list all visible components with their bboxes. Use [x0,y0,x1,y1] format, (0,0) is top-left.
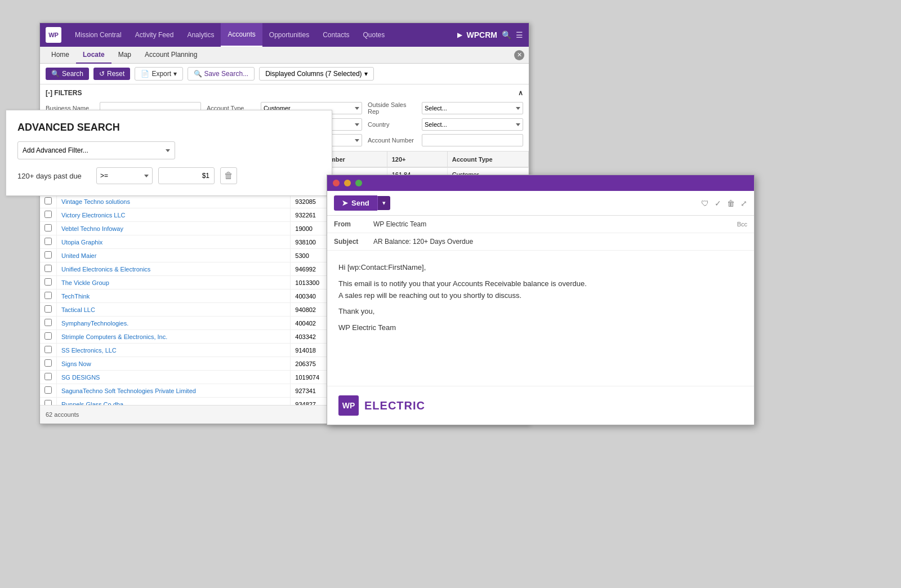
expand-icon[interactable]: ⤢ [741,199,747,208]
business-name-link[interactable]: Utopia Graphix [61,239,102,246]
business-name-link[interactable]: Vebtel Techno Infoway [61,225,123,232]
menu-icon[interactable]: ☰ [516,30,523,39]
row-checkbox[interactable] [44,305,52,313]
collapse-icon[interactable]: ∧ [518,89,523,97]
tab-map[interactable]: Map [111,47,138,64]
row-checkbox[interactable] [44,238,52,245]
row-checkbox[interactable] [44,224,52,231]
row-business-name: SymphanyTechnologies. [57,317,291,330]
nav-activity-feed[interactable]: Activity Feed [128,23,181,47]
row-checkbox[interactable] [44,211,52,218]
email-body[interactable]: Hi [wp:Contact:FirstName], This email is… [327,251,754,386]
nav-accounts[interactable]: Accounts [221,23,262,47]
business-name-link[interactable]: Signs Now [61,360,91,367]
window-dot-yellow[interactable] [344,180,351,186]
business-name-link[interactable]: United Maier [61,252,96,259]
account-number-input[interactable] [422,134,523,146]
row-checkbox[interactable] [44,373,52,380]
row-checkbox[interactable] [44,265,52,272]
trash-icon[interactable]: 🗑 [727,199,735,208]
row-checkbox[interactable] [44,346,52,353]
close-button[interactable]: ✕ [514,50,524,60]
business-name-link[interactable]: SagunaTechno Soft Technologies Private L… [61,387,196,394]
email-toolbar: ➤ Send ▾ 🛡 ✓ 🗑 ⤢ [327,191,754,216]
top-nav: WP Mission Central Activity Feed Analyti… [40,23,529,47]
tab-account-planning[interactable]: Account Planning [138,47,204,64]
email-footer: WP ELECTRIC [327,386,754,425]
row-checkbox[interactable] [44,400,52,405]
row-business-name: Utopia Graphix [57,235,291,249]
search-icon[interactable]: 🔍 [502,30,511,39]
wp-logo: WP [46,27,61,43]
body-thanks: Thank you, [338,306,743,318]
row-business-name: Victory Electronics LLC [57,208,291,222]
reset-icon: ↺ [99,70,105,78]
save-search-icon: 🔍 [194,70,202,78]
row-checkbox[interactable] [44,251,52,259]
row-checkbox-cell [40,235,57,249]
advanced-search-title: ADVANCED SEARCH [17,122,320,133]
subject-value[interactable]: AR Balance: 120+ Days Overdue [373,238,747,246]
nav-quotes[interactable]: Quotes [356,23,392,47]
business-name-link[interactable]: Runnels Glass Co dba [61,401,123,406]
check-icon[interactable]: ✓ [715,199,721,208]
country-select[interactable]: Select... [422,118,523,131]
adv-operator-select[interactable]: >= <= = > < [96,167,153,184]
export-button[interactable]: 📄 Export ▾ [135,67,183,81]
accounts-count: 62 accounts [46,411,79,418]
tab-locate[interactable]: Locate [76,47,111,64]
send-caret-button[interactable]: ▾ [377,196,390,210]
send-button[interactable]: ➤ Send [334,195,377,211]
shield-icon[interactable]: 🛡 [701,199,709,208]
search-button[interactable]: 🔍 Search [46,68,89,80]
tab-home[interactable]: Home [44,47,76,64]
row-business-name: SS Electronics, LLC [57,344,291,357]
window-dot-green[interactable] [355,180,362,186]
business-name-link[interactable]: Unified Electronics & Electronics [61,266,150,273]
business-name-link[interactable]: Strimple Computers & Electronics, Inc. [61,333,167,340]
business-name-link[interactable]: SG DESIGNS [61,374,100,381]
row-checkbox[interactable] [44,292,52,299]
business-name-link[interactable]: Victory Electronics LLC [61,212,126,219]
business-name-link[interactable]: TechThink [61,293,90,300]
row-checkbox[interactable] [44,359,52,367]
nav-contacts[interactable]: Contacts [316,23,356,47]
business-name-link[interactable]: SymphanyTechnologies. [61,320,128,327]
nav-brand: WPCRM [467,30,497,39]
bcc-link[interactable]: Bcc [737,221,747,228]
row-checkbox[interactable] [44,319,52,326]
row-checkbox-cell [40,303,57,317]
nav-analytics[interactable]: Analytics [180,23,221,47]
add-advanced-filter-select[interactable]: Add Advanced Filter... [17,141,175,159]
email-from-row: From WP Electric Team Bcc [327,216,754,233]
nav-right: ▶ WPCRM 🔍 ☰ [457,30,523,39]
nav-arrow-icon: ▶ [457,31,462,39]
from-value: WP Electric Team [373,220,737,228]
business-name-link[interactable]: The Vickle Group [61,279,109,286]
filter-outside-sales-rep: Outside Sales Rep Select... [368,101,523,115]
row-checkbox-cell [40,222,57,235]
row-checkbox-cell [40,330,57,344]
row-checkbox[interactable] [44,386,52,394]
email-window: ➤ Send ▾ 🛡 ✓ 🗑 ⤢ From WP Electric Team B… [327,175,755,425]
col-account-type[interactable]: Account Type [447,152,528,167]
nav-opportunities[interactable]: Opportunities [262,23,316,47]
col-120plus[interactable]: 120+ [387,152,447,167]
row-checkbox[interactable] [44,278,52,286]
email-logo-area: WP ELECTRIC [338,395,743,416]
row-business-name: TechThink [57,289,291,303]
row-checkbox[interactable] [44,332,52,340]
outside-sales-rep-select[interactable]: Select... [422,102,523,114]
save-search-button[interactable]: 🔍 Save Search... [188,67,255,81]
reset-button[interactable]: ↺ Reset [93,68,130,80]
adv-delete-button[interactable]: 🗑 [220,167,237,184]
adv-value-input[interactable] [158,167,215,184]
business-name-link[interactable]: Vintage Techno solutions [61,198,130,205]
columns-button[interactable]: Displayed Columns (7 Selected) ▾ [259,67,373,81]
nav-mission-central[interactable]: Mission Central [68,23,128,47]
window-dot-red[interactable] [333,180,340,186]
row-checkbox-cell [40,262,57,276]
row-checkbox[interactable] [44,197,52,204]
business-name-link[interactable]: Tactical LLC [61,306,95,313]
business-name-link[interactable]: SS Electronics, LLC [61,347,117,354]
